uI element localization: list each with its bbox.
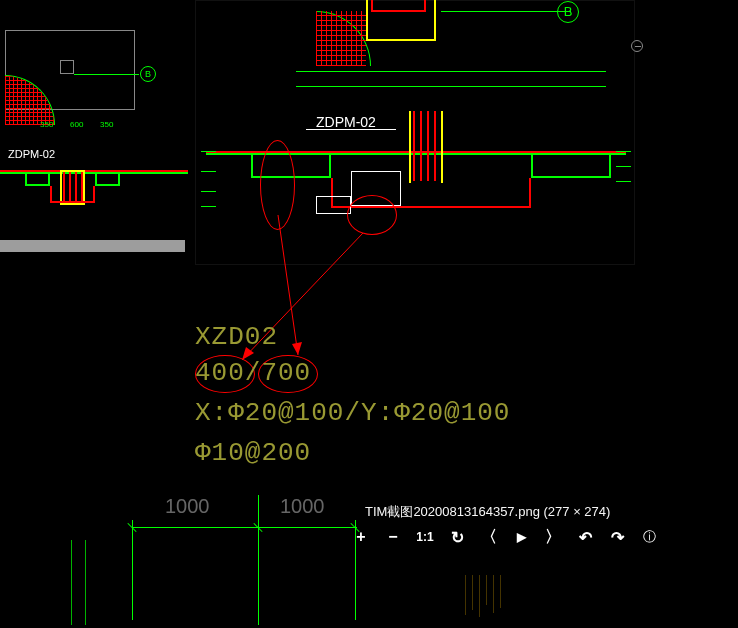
filesize-label: (277 × 274) [544, 504, 611, 519]
dim-line-top [296, 71, 606, 72]
rotate-button[interactable]: ↻ [448, 528, 466, 546]
undo-button[interactable]: ↶ [576, 528, 594, 546]
dim-ext-1 [132, 520, 133, 620]
thumb-separator [0, 240, 185, 252]
dimension-1: 1000 [165, 495, 210, 518]
marker-icon [631, 40, 643, 52]
thumb-dim-1: 350 [40, 120, 53, 129]
lower-grid-1 [71, 540, 72, 625]
section-title: ZDPM-02 [316, 114, 376, 130]
main-hatch [316, 11, 366, 66]
thumbnail-panel: B 350 600 350 ZDPM-02 [0, 0, 190, 230]
section-title-underline [306, 129, 396, 130]
annotation-ellipse-1 [260, 140, 295, 230]
thumb-column [60, 60, 74, 74]
svg-marker-1 [292, 342, 302, 355]
thumb-title: ZDPM-02 [8, 148, 55, 160]
thumb-grid-bubble: B [140, 66, 156, 82]
fit-button[interactable]: 1:1 [416, 528, 434, 546]
column-inner [371, 0, 426, 12]
dim-chain-line [132, 527, 357, 528]
beam-rebar-stirrup: Φ10@200 [195, 438, 311, 468]
dimension-2: 1000 [280, 495, 325, 518]
beam-rebar-main: X:Φ20@100/Y:Φ20@100 [195, 398, 510, 428]
prev-button[interactable]: 〈 [480, 528, 498, 546]
play-button[interactable]: ▶ [512, 528, 530, 546]
beam-id: XZD02 [195, 322, 278, 352]
beam-size: 400/700 [195, 358, 311, 388]
thumb-dim-3: 350 [100, 120, 113, 129]
grid-line [441, 11, 571, 12]
image-info-bar: TIM截图20200813164357.png (277 × 274) [365, 503, 610, 521]
thumb-section [0, 165, 188, 215]
grid-bubble-b: B [557, 1, 579, 23]
dim-line-bot [296, 86, 606, 87]
next-button[interactable]: 〉 [544, 528, 562, 546]
main-drawing-view[interactable]: B ZDPM-02 [195, 0, 635, 265]
filename-label: TIM截图20200813164357.png [365, 504, 540, 519]
dim-ext-2 [258, 495, 259, 625]
lower-detail [460, 575, 520, 625]
zoom-out-button[interactable]: − [384, 528, 402, 546]
viewer-toolbar: + − 1:1 ↻ 〈 ▶ 〉 ↶ ↷ ⓘ [352, 528, 658, 546]
lower-grid-2 [85, 540, 86, 625]
redo-button[interactable]: ↷ [608, 528, 626, 546]
thumb-leader [74, 74, 139, 75]
annotation-ellipse-2 [347, 195, 397, 235]
info-button[interactable]: ⓘ [640, 528, 658, 546]
thumb-dim-2: 600 [70, 120, 83, 129]
zoom-in-button[interactable]: + [352, 528, 370, 546]
